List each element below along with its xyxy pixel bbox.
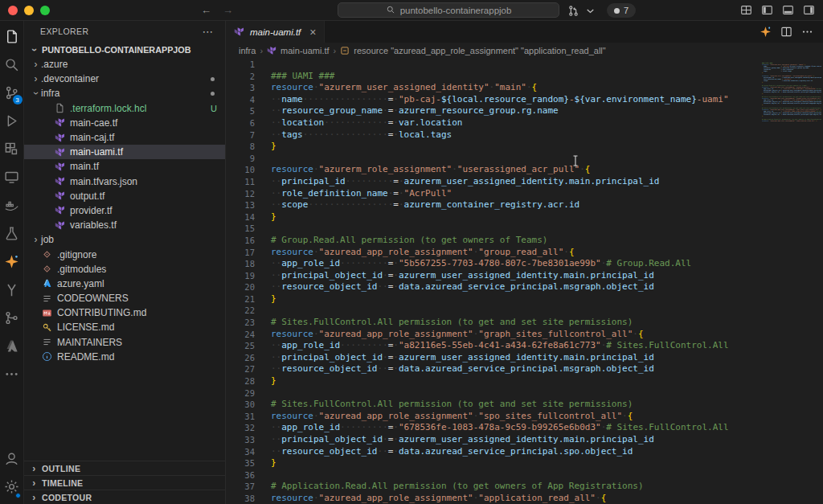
tab-main-uami-tf[interactable]: main-uami.tf × — [226, 21, 325, 43]
maximize-button[interactable] — [40, 6, 50, 15]
code-line-14[interactable]: 14} — [226, 211, 823, 223]
code-line-34[interactable]: 34··resource_object_id··=·data.azuread_s… — [226, 446, 823, 458]
back-button[interactable]: ← — [201, 3, 211, 18]
section-timeline[interactable]: › TIMELINE — [24, 475, 225, 490]
activity-account[interactable] — [1, 446, 23, 474]
line-number[interactable]: 27 — [226, 363, 255, 375]
line-number[interactable]: 19 — [226, 270, 255, 282]
tree-item-.devcontainer[interactable]: ›.devcontainer — [24, 72, 225, 86]
line-number[interactable]: 16 — [226, 235, 255, 247]
layout-grid-icon[interactable] — [740, 4, 752, 16]
code-line-36[interactable]: 36 — [226, 469, 823, 481]
tree-item-output.tf[interactable]: output.tf — [24, 189, 225, 203]
code-line-26[interactable]: 26··principal_object_id·=·azurerm_user_a… — [226, 352, 823, 364]
code-line-12[interactable]: 12··role_definition_name·=·"AcrPull" — [226, 188, 823, 200]
code-line-32[interactable]: 32··app_role_id·········=·"678536fe-1083… — [226, 422, 823, 434]
line-number[interactable]: 23 — [226, 317, 255, 329]
code-line-25[interactable]: 25··app_role_id·········=·"a82116e5-55eb… — [226, 340, 823, 352]
line-number[interactable]: 38 — [226, 493, 255, 504]
code-line-21[interactable]: 21} — [226, 293, 823, 305]
line-number[interactable]: 3 — [226, 82, 255, 94]
code-line-17[interactable]: 17resource·"azuread_app_role_assignment"… — [226, 247, 823, 259]
tree-item-.gitignore[interactable]: .gitignore — [24, 247, 225, 261]
forward-button[interactable]: → — [223, 3, 233, 18]
section-codetour[interactable]: › CODETOUR — [24, 490, 225, 504]
activity-explorer[interactable] — [1, 24, 23, 52]
line-number[interactable]: 15 — [226, 223, 255, 235]
line-number[interactable]: 4 — [226, 94, 255, 106]
tree-item-main-caj.tf[interactable]: main-caj.tf — [24, 130, 225, 145]
activity-gitlens[interactable] — [1, 277, 23, 305]
activity-docker[interactable] — [1, 193, 23, 221]
activity-sparkle[interactable] — [1, 249, 23, 277]
tree-item-.azure[interactable]: ›.azure — [24, 57, 225, 72]
code-line-35[interactable]: 35} — [226, 457, 823, 469]
pull-request-icon[interactable] — [567, 5, 579, 17]
code-line-23[interactable]: 23# Sites.FullControl.All permission (to… — [226, 317, 823, 329]
line-number[interactable]: 9 — [226, 153, 255, 165]
line-number[interactable]: 26 — [226, 352, 255, 364]
line-number[interactable]: 10 — [226, 164, 255, 176]
line-number[interactable]: 8 — [226, 141, 255, 153]
code-line-20[interactable]: 20··resource_object_id··=·data.azuread_s… — [226, 281, 823, 293]
tree-item-azure.yaml[interactable]: azure.yaml — [24, 277, 225, 291]
line-number[interactable]: 2 — [226, 71, 255, 83]
activity-git-graph[interactable] — [1, 305, 23, 334]
minimize-button[interactable] — [24, 6, 34, 15]
code-line-33[interactable]: 33··principal_object_id·=·azurerm_user_a… — [226, 434, 823, 446]
code-line-3[interactable]: 3resource·"azurerm_user_assigned_identit… — [226, 82, 823, 94]
tree-item-CONTRIBUTING.md[interactable]: CONTRIBUTING.md — [24, 305, 225, 320]
code-line-16[interactable]: 16# Group.Read.All permission (to get ow… — [226, 235, 823, 247]
code-line-30[interactable]: 30# Sites.FullControl.All permission (to… — [226, 399, 823, 411]
tree-item-MAINTAINERS[interactable]: MAINTAINERS — [24, 335, 225, 350]
breadcrumb-symbol[interactable]: resource "azuread_app_role_assignment" "… — [354, 46, 605, 55]
tree-item-main.tf[interactable]: main.tf — [24, 159, 225, 174]
split-editor-icon[interactable] — [780, 26, 792, 38]
code-line-22[interactable]: 22 — [226, 305, 823, 317]
tree-item-main-cae.tf[interactable]: main-cae.tf — [24, 116, 225, 130]
tree-item-.terraform.lock.hcl[interactable]: .terraform.lock.hclU — [24, 101, 225, 116]
count-badge[interactable]: 7 — [607, 3, 636, 18]
line-number[interactable]: 7 — [226, 129, 255, 141]
activity-source-control[interactable]: 3 — [1, 80, 23, 109]
panel-left-icon[interactable] — [761, 4, 773, 16]
tree-item-job[interactable]: ›job — [24, 232, 225, 247]
close-icon[interactable]: × — [309, 27, 316, 38]
code-line-29[interactable]: 29 — [226, 387, 823, 400]
line-number[interactable]: 21 — [226, 293, 255, 305]
more-actions-icon[interactable]: ⋯ — [203, 25, 214, 38]
command-center-search[interactable]: puntobello-containerappjob — [338, 2, 559, 18]
line-number[interactable]: 5 — [226, 105, 255, 117]
tree-root-folder[interactable]: › PUNTOBELLO-CONTAINERAPPJOB — [24, 42, 225, 57]
code-line-2[interactable]: 2### UAMI ### — [226, 71, 823, 83]
activity-settings[interactable] — [1, 474, 23, 502]
more-actions-icon[interactable] — [801, 26, 813, 38]
line-number[interactable]: 11 — [226, 176, 255, 188]
code-line-6[interactable]: 6··location············=·var.location — [226, 117, 823, 129]
code-line-28[interactable]: 28} — [226, 375, 823, 387]
tree-item-infra[interactable]: ›infra — [24, 86, 225, 100]
line-number[interactable]: 17 — [226, 247, 255, 259]
code-line-11[interactable]: 11··principal_id·········=·azurerm_user_… — [226, 176, 823, 188]
activity-more[interactable] — [1, 362, 23, 390]
line-number[interactable]: 13 — [226, 199, 255, 211]
line-number[interactable]: 37 — [226, 481, 255, 493]
code-line-37[interactable]: 37# Application.Read.All permission (to … — [226, 481, 823, 493]
sparkle-icon[interactable] — [760, 26, 772, 38]
panel-right-icon[interactable] — [803, 4, 815, 16]
tree-item-variables.tf[interactable]: variables.tf — [24, 218, 225, 232]
code-line-7[interactable]: 7··tags················=·local.tags — [226, 129, 823, 141]
line-number[interactable]: 36 — [226, 469, 255, 481]
code-line-10[interactable]: 10resource·"azurerm_role_assignment"·"us… — [226, 164, 823, 176]
line-number[interactable]: 14 — [226, 211, 255, 223]
line-number[interactable]: 18 — [226, 258, 255, 270]
line-number[interactable]: 6 — [226, 117, 255, 129]
activity-extensions[interactable] — [1, 137, 23, 165]
line-number[interactable]: 30 — [226, 399, 255, 411]
line-number[interactable]: 33 — [226, 434, 255, 446]
code-line-4[interactable]: 4··name················=·"pb-caj-${local… — [226, 94, 823, 106]
activity-run-debug[interactable] — [1, 109, 23, 137]
line-number[interactable]: 32 — [226, 422, 255, 434]
line-number[interactable]: 31 — [226, 411, 255, 423]
tree-item-main-uami.tf[interactable]: main-uami.tf — [24, 145, 225, 159]
